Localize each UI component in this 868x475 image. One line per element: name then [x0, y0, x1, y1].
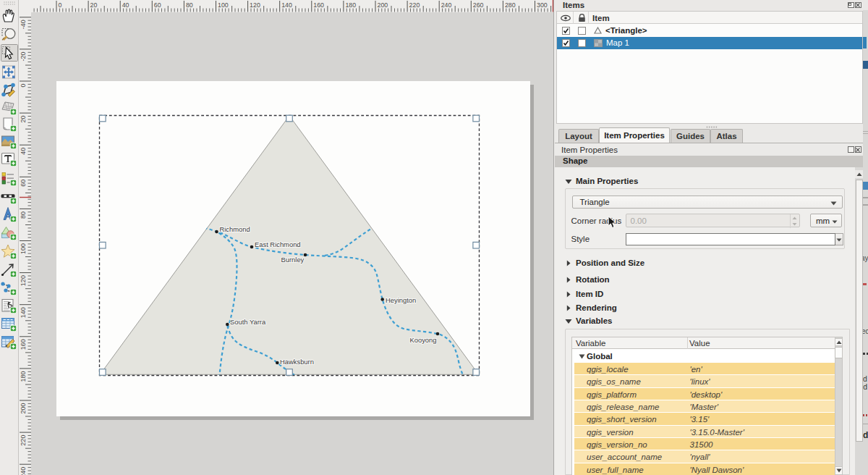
svg-text:South Yarra: South Yarra [230, 318, 266, 326]
svg-text:Hawksburn: Hawksburn [280, 358, 314, 366]
svg-text:East Richmond: East Richmond [255, 240, 301, 248]
svg-text:Richmond: Richmond [220, 225, 250, 233]
svg-text:Heyington: Heyington [386, 296, 416, 304]
svg-text:Burnley: Burnley [281, 256, 305, 264]
svg-text:Kooyong: Kooyong [410, 336, 437, 344]
